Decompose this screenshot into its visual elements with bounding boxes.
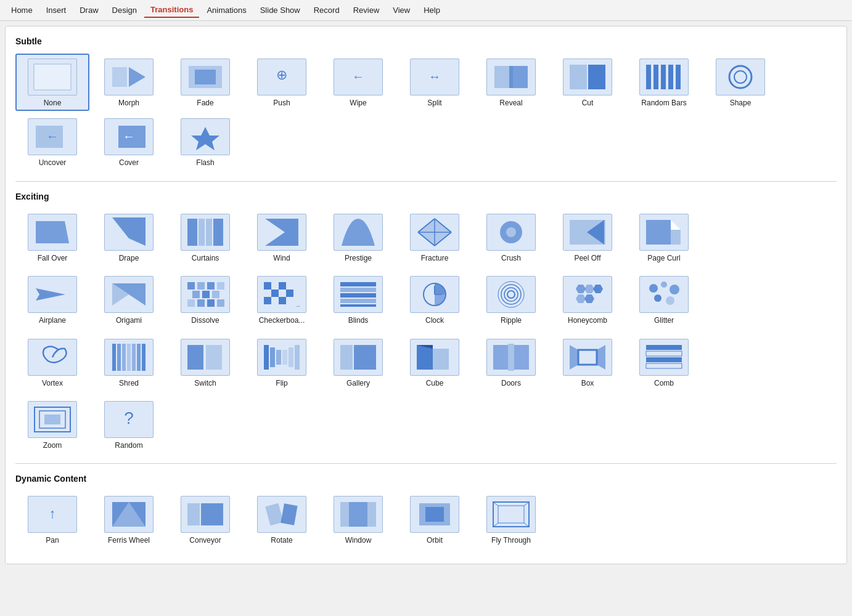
transition-shape-label: Shape	[730, 99, 752, 107]
transition-split-icon: ↔	[410, 59, 459, 95]
transition-shred-label: Shred	[119, 379, 139, 387]
svg-rect-140	[282, 350, 287, 365]
menu-draw[interactable]: Draw	[73, 3, 104, 17]
svg-text:↔: ↔	[428, 70, 441, 83]
transition-reveal-label: Reveal	[499, 99, 522, 107]
svg-rect-138	[270, 347, 275, 367]
menu-transitions[interactable]: Transitions	[144, 2, 199, 18]
transition-comb[interactable]: Comb	[627, 334, 701, 391]
transition-random[interactable]: ? Random	[92, 396, 166, 453]
transition-conveyor-label: Conveyor	[189, 536, 221, 545]
transition-fall-over[interactable]: Fall Over	[15, 209, 89, 266]
transition-cut[interactable]: Cut	[551, 54, 625, 111]
svg-rect-76	[192, 291, 200, 298]
svg-rect-21	[653, 65, 658, 89]
transition-origami[interactable]: Origami	[92, 271, 166, 328]
transition-ferris-wheel[interactable]: Ferris Wheel	[92, 491, 166, 548]
transition-origami-label: Origami	[116, 316, 142, 325]
transition-morph[interactable]: Morph	[92, 54, 166, 111]
transition-page-curl[interactable]: Page Curl	[627, 209, 701, 266]
transition-reveal[interactable]: Reveal	[474, 54, 548, 111]
transition-doors-label: Doors	[501, 379, 521, 387]
menu-record[interactable]: Record	[308, 3, 346, 17]
transition-none-icon	[28, 59, 77, 95]
svg-rect-162	[646, 363, 682, 368]
transition-random-bars-label: Random Bars	[641, 99, 686, 107]
transition-window[interactable]: Window	[321, 491, 395, 548]
svg-rect-141	[289, 347, 293, 367]
transition-ripple-icon	[486, 276, 536, 313]
svg-rect-81	[207, 299, 215, 307]
transition-rotate[interactable]: Rotate	[245, 491, 319, 548]
transition-flash-icon	[181, 118, 230, 155]
svg-rect-152	[513, 345, 529, 370]
transition-switch[interactable]: Switch	[168, 334, 242, 391]
transition-curtains-icon	[181, 214, 230, 251]
transition-cut-label: Cut	[582, 99, 594, 107]
transition-dissolve[interactable]: Dissolve	[168, 271, 242, 328]
menu-design[interactable]: Design	[106, 3, 143, 17]
transition-split[interactable]: ↔ Split	[398, 54, 472, 111]
menu-review[interactable]: Review	[347, 3, 386, 17]
transition-push[interactable]: ⊕ Push	[245, 54, 319, 111]
svg-text:→: →	[295, 302, 301, 309]
transition-cover[interactable]: ← Cover	[92, 113, 166, 171]
transition-curtains[interactable]: Curtains	[168, 209, 242, 266]
transition-drape[interactable]: Drape	[92, 209, 166, 266]
svg-rect-88	[264, 290, 271, 297]
transition-zoom-label: Zoom	[43, 441, 62, 450]
transition-wind[interactable]: Wind	[245, 209, 319, 266]
transition-crush[interactable]: Crush	[474, 209, 548, 266]
transition-doors[interactable]: Doors	[474, 334, 548, 391]
subtle-section-title: Subtle	[15, 36, 837, 46]
transition-none[interactable]: None	[15, 54, 89, 111]
svg-rect-65	[671, 230, 681, 245]
transition-box[interactable]: Box	[551, 334, 625, 391]
transition-honeycomb[interactable]: Honeycomb	[551, 271, 625, 328]
transition-fly-through[interactable]: Fly Through	[474, 491, 548, 548]
transition-blinds[interactable]: Blinds	[321, 271, 395, 328]
transition-peel-off[interactable]: Peel Off	[551, 209, 625, 266]
transition-page-curl-label: Page Curl	[647, 254, 680, 262]
transition-orbit-label: Orbit	[427, 536, 443, 545]
transition-cube[interactable]: Cube	[398, 334, 472, 391]
svg-rect-107	[491, 280, 531, 309]
transition-pan[interactable]: ↑ Pan	[15, 491, 89, 548]
transition-checkerboard[interactable]: → Checkerboa...	[245, 271, 319, 328]
menu-insert[interactable]: Insert	[40, 3, 73, 17]
transition-prestige[interactable]: Prestige	[321, 209, 395, 266]
svg-rect-92	[264, 297, 271, 304]
transition-fall-over-icon	[28, 214, 77, 251]
menu-slideshow[interactable]: Slide Show	[254, 3, 306, 17]
menu-animations[interactable]: Animations	[200, 3, 252, 17]
transition-zoom[interactable]: Zoom	[15, 396, 89, 453]
transition-airplane[interactable]: Airplane	[15, 271, 89, 328]
transition-zoom-icon	[28, 401, 77, 438]
transition-wipe[interactable]: ← Wipe	[321, 54, 395, 111]
svg-rect-135	[206, 345, 222, 370]
transition-clock[interactable]: Clock	[398, 271, 472, 328]
transition-conveyor-icon	[181, 496, 230, 533]
transition-orbit[interactable]: Orbit	[398, 491, 472, 548]
menu-help[interactable]: Help	[417, 3, 446, 17]
svg-rect-80	[197, 299, 205, 307]
transition-random-bars[interactable]: Random Bars	[627, 54, 701, 111]
transition-conveyor[interactable]: Conveyor	[168, 491, 242, 548]
transition-shred[interactable]: Shred	[92, 334, 166, 391]
svg-rect-134	[187, 345, 203, 370]
transition-gallery[interactable]: Gallery	[321, 334, 395, 391]
transition-ripple[interactable]: Ripple	[474, 271, 548, 328]
transition-vortex[interactable]: Vortex	[15, 334, 89, 391]
transition-fade[interactable]: Fade	[168, 54, 242, 111]
transition-shape[interactable]: Shape	[703, 54, 777, 111]
transition-flip[interactable]: Flip	[245, 334, 319, 391]
menubar: Home Insert Draw Design Transitions Anim…	[0, 0, 852, 21]
transition-glitter[interactable]: Glitter	[627, 271, 701, 328]
transition-uncover[interactable]: ← Uncover	[15, 113, 89, 171]
menu-home[interactable]: Home	[5, 3, 39, 17]
transition-fracture[interactable]: Fracture	[398, 209, 472, 266]
menu-view[interactable]: View	[387, 3, 416, 17]
transition-flash[interactable]: Flash	[168, 113, 242, 171]
transition-box-label: Box	[581, 379, 594, 387]
svg-rect-182	[340, 502, 349, 527]
